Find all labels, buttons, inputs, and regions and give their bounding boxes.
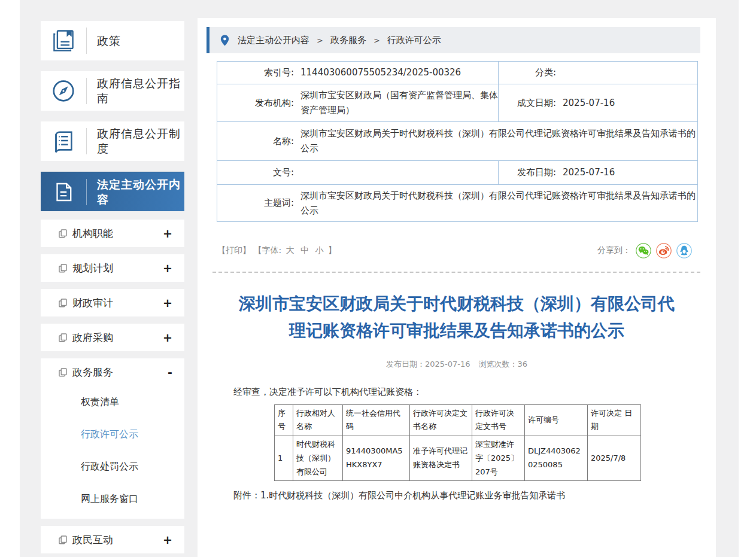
meta-row-index: 索引号: 114403060075505234/2025-00326 分类: <box>217 62 698 84</box>
sidebar-item-planning[interactable]: 规划计划 + <box>41 254 184 282</box>
sidebar-item-label: 政府信息公开制度 <box>87 126 184 156</box>
col-header: 统一社会信用代码 <box>343 404 410 436</box>
share-label: 分享到： <box>597 245 631 256</box>
cell-decision-date: 2025/7/8 <box>588 436 641 481</box>
col-header: 许可编号 <box>525 404 588 436</box>
sidebar-item-label: 政府信息公开指南 <box>87 76 184 105</box>
print-button[interactable]: 【打印】 <box>217 245 251 255</box>
pages-icon <box>59 299 67 308</box>
table-row: 1 时代财税科技（深圳）有限公司 91440300MA5HKX8YX7 准予许可… <box>275 436 641 481</box>
meta-label: 索引号: <box>217 67 294 78</box>
cell-doc-number: 深宝财准许字〔2025〕207号 <box>472 436 525 481</box>
meta-value-name: 深圳市宝安区财政局关于时代财税科技（深圳）有限公司代理记账资格许可审批结果及告知… <box>294 126 697 156</box>
col-header: 行政许可决定文书名称 <box>410 404 472 436</box>
print-font-controls: 【打印】 【字体: 大 中 小 】 <box>217 245 336 256</box>
menu-label: 政府采购 <box>72 331 163 345</box>
pages-icon <box>59 535 67 544</box>
font-size-label: 【字体: <box>253 245 281 255</box>
compass-icon <box>41 77 86 105</box>
dashed-divider <box>212 272 700 273</box>
meta-value-pubdate: 2025-07-16 <box>556 165 697 180</box>
sidebar-subitem-online-service-window[interactable]: 网上服务窗口 <box>41 483 184 515</box>
cell-seq: 1 <box>275 436 293 481</box>
main-content: 法定主动公开内容 > 政务服务 > 行政许可公示 索引号: 1144030600… <box>198 18 716 557</box>
meta-table: 索引号: 114403060075505234/2025-00326 分类: 发… <box>217 61 698 222</box>
license-table: 序号 行政相对人名称 统一社会信用代码 行政许可决定文书名称 行政许可决定文书号… <box>274 404 641 482</box>
breadcrumb-item-gov-services[interactable]: 政务服务 <box>330 35 366 46</box>
meta-label: 名称: <box>217 136 294 147</box>
weibo-icon[interactable] <box>656 243 672 258</box>
menu-label: 政务服务 <box>72 366 168 379</box>
sidebar-subitem-responsibility-list[interactable]: 权责清单 <box>41 386 184 418</box>
sidebar-item-gov-services[interactable]: 政务服务 - <box>41 358 184 386</box>
sidebar-item-statutory-disclosure[interactable]: 法定主动公开内容 <box>41 172 184 211</box>
rules-book-icon <box>41 127 86 155</box>
col-header: 行政许可决定文书号 <box>472 404 525 436</box>
pages-icon <box>59 333 67 342</box>
meta-row-docnum: 文号: 发布日期: 2025-07-16 <box>217 161 698 185</box>
sidebar-item-gov-info-guide[interactable]: 政府信息公开指南 <box>41 71 184 111</box>
cell-license-number: DLJZ44030620250085 <box>525 436 588 481</box>
menu-label: 规划计划 <box>72 261 163 275</box>
cell-company: 时代财税科技（深圳）有限公司 <box>293 436 343 481</box>
attachment-line: 附件：1.时代财税科技（深圳）有限公司中介机构从事代理记账业务审批告知承诺书 <box>233 490 716 501</box>
sidebar-item-org-functions[interactable]: 机构职能 + <box>41 220 184 247</box>
location-pin-icon <box>220 35 229 46</box>
meta-value-publisher: 深圳市宝安区财政局（国有资产监督管理局、集体资产管理局） <box>294 88 498 118</box>
breadcrumb-item-statutory-disclosure[interactable]: 法定主动公开内容 <box>238 35 309 46</box>
sidebar-item-public-interaction[interactable]: 政民互动 + <box>41 526 184 553</box>
wechat-icon[interactable] <box>636 243 651 258</box>
qq-icon[interactable] <box>676 243 692 258</box>
article-toolbar: 【打印】 【字体: 大 中 小 】 分享到： <box>217 243 692 258</box>
expand-toggle[interactable]: + <box>163 296 172 309</box>
meta-label: 发布日期: <box>499 167 556 178</box>
meta-label: 成文日期: <box>499 98 556 109</box>
expand-toggle[interactable]: + <box>163 331 172 344</box>
sidebar-item-gov-info-rules[interactable]: 政府信息公开制度 <box>41 121 184 161</box>
meta-label: 发布机构: <box>217 98 294 109</box>
expand-toggle[interactable]: + <box>163 261 172 275</box>
sidebar-item-gov-procurement[interactable]: 政府采购 + <box>41 324 184 351</box>
collapse-toggle[interactable]: - <box>168 366 172 379</box>
menu-label: 政民互动 <box>72 533 163 547</box>
breadcrumb-separator: > <box>374 36 380 45</box>
menu-label: 财政审计 <box>72 296 163 310</box>
col-header: 行政相对人名称 <box>293 404 343 436</box>
cell-credit-code: 91440300MA5HKX8YX7 <box>343 436 410 481</box>
sidebar-item-fiscal-audit[interactable]: 财政审计 + <box>41 289 184 316</box>
col-header: 序号 <box>275 404 293 436</box>
meta-value-keywords: 深圳市宝安区财政局关于时代财税科技（深圳）有限公司代理记账资格许可审批结果及告知… <box>294 188 697 218</box>
views-label: 浏览次数： <box>479 360 518 369</box>
pages-icon <box>59 368 67 377</box>
breadcrumb-separator: > <box>317 36 323 45</box>
pages-icon <box>59 229 67 238</box>
article-intro: 经审查，决定准予许可以下机构代理记账资格： <box>233 386 716 398</box>
sidebar-subitem-admin-license-publicity[interactable]: 行政许可公示 <box>41 418 184 451</box>
page: 政策 政府信息公开指南 <box>0 0 756 557</box>
document-icon <box>41 179 86 205</box>
font-medium-button[interactable]: 中 <box>300 245 309 255</box>
sidebar-subitem-admin-penalty-publicity[interactable]: 行政处罚公示 <box>41 451 184 483</box>
font-large-button[interactable]: 大 <box>286 245 294 255</box>
sidebar-item-policy[interactable]: 政策 <box>41 21 184 60</box>
breadcrumb-item-admin-license-publicity[interactable]: 行政许可公示 <box>387 35 441 46</box>
publish-date-label: 发布日期： <box>386 360 425 369</box>
pages-icon <box>59 264 67 273</box>
meta-label: 主题词: <box>217 197 294 209</box>
policy-book-icon <box>41 28 86 54</box>
meta-label: 文号: <box>217 167 294 178</box>
sidebar-item-label: 政策 <box>87 34 184 48</box>
sidebar-group-gov-services: 政务服务 - 权责清单 行政许可公示 行政处罚公示 网上服务窗口 <box>41 358 184 519</box>
article-title: 深圳市宝安区财政局关于时代财税科技（深圳）有限公司代理记账资格许可审批结果及告知… <box>232 291 681 345</box>
meta-row-publisher: 发布机构: 深圳市宝安区财政局（国有资产监督管理局、集体资产管理局） 成文日期:… <box>217 84 698 122</box>
sidebar-item-label: 法定主动公开内容 <box>87 177 184 206</box>
attachment-link[interactable]: 1.时代财税科技（深圳）有限公司中介机构从事代理记账业务审批告知承诺书 <box>260 490 565 501</box>
meta-value-index: 114403060075505234/2025-00326 <box>294 65 498 80</box>
sidebar: 政策 政府信息公开指南 <box>41 21 184 557</box>
font-small-button[interactable]: 小 <box>315 245 324 255</box>
breadcrumb: 法定主动公开内容 > 政务服务 > 行政许可公示 <box>207 27 700 53</box>
expand-toggle[interactable]: + <box>163 533 172 546</box>
expand-toggle[interactable]: + <box>163 227 172 240</box>
views-count: 36 <box>518 360 528 369</box>
attachment-label: 附件： <box>233 490 260 501</box>
